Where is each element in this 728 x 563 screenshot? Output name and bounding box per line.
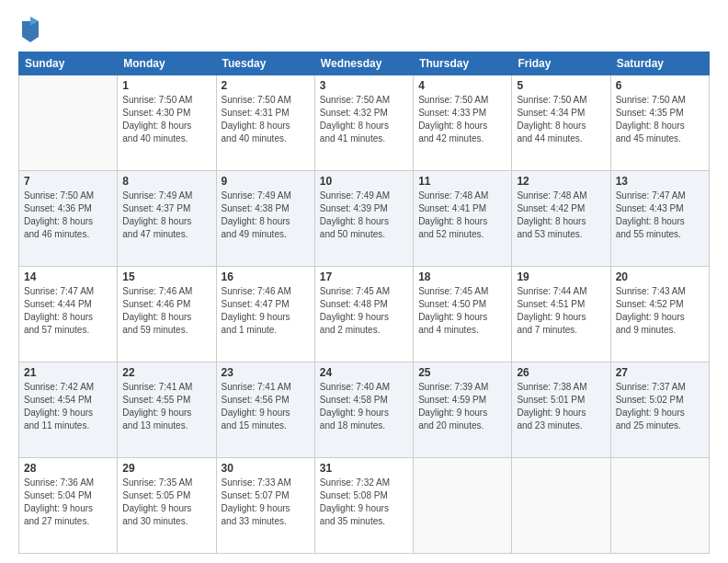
calendar-day-cell: 1Sunrise: 7:50 AM Sunset: 4:30 PM Daylig… [118, 75, 216, 171]
day-info: Sunrise: 7:48 AM Sunset: 4:42 PM Dayligh… [517, 190, 605, 241]
calendar-day-cell: 28Sunrise: 7:36 AM Sunset: 5:04 PM Dayli… [19, 458, 118, 554]
day-number: 31 [320, 462, 408, 475]
day-number: 12 [517, 175, 605, 188]
calendar-day-cell: 16Sunrise: 7:46 AM Sunset: 4:47 PM Dayli… [216, 267, 314, 362]
day-info: Sunrise: 7:48 AM Sunset: 4:41 PM Dayligh… [418, 190, 506, 241]
calendar-day-cell: 15Sunrise: 7:46 AM Sunset: 4:46 PM Dayli… [118, 267, 216, 362]
header-day: Saturday [610, 52, 709, 75]
day-info: Sunrise: 7:41 AM Sunset: 4:55 PM Dayligh… [122, 381, 210, 432]
day-number: 30 [222, 462, 310, 475]
day-number: 17 [320, 270, 408, 283]
calendar-day-cell: 2Sunrise: 7:50 AM Sunset: 4:31 PM Daylig… [216, 75, 314, 171]
day-info: Sunrise: 7:50 AM Sunset: 4:31 PM Dayligh… [222, 94, 310, 145]
calendar-week-row: 28Sunrise: 7:36 AM Sunset: 5:04 PM Dayli… [19, 458, 710, 554]
day-number: 6 [616, 79, 704, 92]
day-info: Sunrise: 7:39 AM Sunset: 4:59 PM Dayligh… [418, 381, 506, 432]
day-info: Sunrise: 7:49 AM Sunset: 4:38 PM Dayligh… [222, 190, 310, 241]
calendar-day-cell: 21Sunrise: 7:42 AM Sunset: 4:54 PM Dayli… [19, 362, 118, 458]
header-day: Tuesday [216, 52, 314, 75]
calendar-day-cell: 29Sunrise: 7:35 AM Sunset: 5:05 PM Dayli… [118, 458, 216, 554]
calendar-day-cell: 20Sunrise: 7:43 AM Sunset: 4:52 PM Dayli… [610, 267, 709, 362]
day-info: Sunrise: 7:45 AM Sunset: 4:48 PM Dayligh… [320, 285, 408, 337]
day-number: 13 [616, 175, 704, 188]
day-info: Sunrise: 7:42 AM Sunset: 4:54 PM Dayligh… [24, 381, 112, 432]
header-day: Wednesday [314, 52, 413, 75]
calendar-table: SundayMondayTuesdayWednesdayThursdayFrid… [18, 52, 710, 554]
day-info: Sunrise: 7:47 AM Sunset: 4:44 PM Dayligh… [24, 285, 112, 337]
calendar-day-cell: 31Sunrise: 7:32 AM Sunset: 5:08 PM Dayli… [314, 458, 413, 554]
calendar-day-cell [512, 458, 610, 554]
header-row: SundayMondayTuesdayWednesdayThursdayFrid… [19, 52, 710, 75]
calendar-day-cell: 11Sunrise: 7:48 AM Sunset: 4:41 PM Dayli… [414, 171, 512, 267]
calendar-week-row: 7Sunrise: 7:50 AM Sunset: 4:36 PM Daylig… [19, 171, 710, 267]
day-number: 29 [122, 462, 210, 475]
calendar-week-row: 1Sunrise: 7:50 AM Sunset: 4:30 PM Daylig… [19, 75, 710, 171]
calendar-day-cell: 12Sunrise: 7:48 AM Sunset: 4:42 PM Dayli… [512, 171, 610, 267]
day-number: 8 [122, 175, 210, 188]
calendar-day-cell: 3Sunrise: 7:50 AM Sunset: 4:32 PM Daylig… [314, 75, 413, 171]
day-number: 14 [24, 270, 112, 283]
day-info: Sunrise: 7:36 AM Sunset: 5:04 PM Dayligh… [24, 477, 112, 528]
day-number: 10 [320, 175, 408, 188]
calendar-day-cell: 26Sunrise: 7:38 AM Sunset: 5:01 PM Dayli… [512, 362, 610, 458]
header [18, 17, 710, 42]
day-number: 16 [222, 270, 310, 283]
day-number: 25 [418, 366, 506, 379]
calendar-day-cell [610, 458, 709, 554]
day-info: Sunrise: 7:38 AM Sunset: 5:01 PM Dayligh… [517, 381, 605, 432]
calendar-day-cell: 14Sunrise: 7:47 AM Sunset: 4:44 PM Dayli… [19, 267, 118, 362]
day-info: Sunrise: 7:44 AM Sunset: 4:51 PM Dayligh… [517, 285, 605, 337]
day-number: 23 [222, 366, 310, 379]
calendar-day-cell: 8Sunrise: 7:49 AM Sunset: 4:37 PM Daylig… [118, 171, 216, 267]
calendar-day-cell: 6Sunrise: 7:50 AM Sunset: 4:35 PM Daylig… [610, 75, 709, 171]
day-info: Sunrise: 7:50 AM Sunset: 4:34 PM Dayligh… [517, 94, 605, 145]
calendar-day-cell: 13Sunrise: 7:47 AM Sunset: 4:43 PM Dayli… [610, 171, 709, 267]
day-info: Sunrise: 7:45 AM Sunset: 4:50 PM Dayligh… [418, 285, 506, 337]
calendar-day-cell: 4Sunrise: 7:50 AM Sunset: 4:33 PM Daylig… [414, 75, 512, 171]
day-number: 7 [24, 175, 112, 188]
day-info: Sunrise: 7:49 AM Sunset: 4:39 PM Dayligh… [320, 190, 408, 241]
header-day: Monday [118, 52, 216, 75]
calendar-day-cell: 7Sunrise: 7:50 AM Sunset: 4:36 PM Daylig… [19, 171, 118, 267]
header-day: Friday [512, 52, 610, 75]
day-number: 4 [418, 79, 506, 92]
page: SundayMondayTuesdayWednesdayThursdayFrid… [0, 0, 728, 563]
day-number: 28 [24, 462, 112, 475]
day-number: 1 [122, 79, 210, 92]
day-info: Sunrise: 7:40 AM Sunset: 4:58 PM Dayligh… [320, 381, 408, 432]
day-number: 15 [122, 270, 210, 283]
day-number: 9 [222, 175, 310, 188]
calendar-day-cell: 5Sunrise: 7:50 AM Sunset: 4:34 PM Daylig… [512, 75, 610, 171]
header-day: Sunday [19, 52, 118, 75]
logo-icon [20, 17, 40, 42]
day-info: Sunrise: 7:49 AM Sunset: 4:37 PM Dayligh… [122, 190, 210, 241]
calendar-day-cell: 18Sunrise: 7:45 AM Sunset: 4:50 PM Dayli… [414, 267, 512, 362]
calendar-week-row: 21Sunrise: 7:42 AM Sunset: 4:54 PM Dayli… [19, 362, 710, 458]
day-number: 19 [517, 270, 605, 283]
day-info: Sunrise: 7:37 AM Sunset: 5:02 PM Dayligh… [616, 381, 704, 432]
day-info: Sunrise: 7:50 AM Sunset: 4:30 PM Dayligh… [122, 94, 210, 145]
day-number: 24 [320, 366, 408, 379]
day-number: 18 [418, 270, 506, 283]
day-number: 26 [517, 366, 605, 379]
day-info: Sunrise: 7:35 AM Sunset: 5:05 PM Dayligh… [122, 477, 210, 528]
calendar-day-cell: 22Sunrise: 7:41 AM Sunset: 4:55 PM Dayli… [118, 362, 216, 458]
calendar-day-cell: 17Sunrise: 7:45 AM Sunset: 4:48 PM Dayli… [314, 267, 413, 362]
logo [18, 20, 40, 42]
calendar-day-cell [19, 75, 118, 171]
day-info: Sunrise: 7:33 AM Sunset: 5:07 PM Dayligh… [222, 477, 310, 528]
calendar-day-cell: 9Sunrise: 7:49 AM Sunset: 4:38 PM Daylig… [216, 171, 314, 267]
day-number: 3 [320, 79, 408, 92]
header-day: Thursday [414, 52, 512, 75]
calendar-day-cell: 24Sunrise: 7:40 AM Sunset: 4:58 PM Dayli… [314, 362, 413, 458]
day-info: Sunrise: 7:46 AM Sunset: 4:47 PM Dayligh… [222, 285, 310, 337]
day-info: Sunrise: 7:32 AM Sunset: 5:08 PM Dayligh… [320, 477, 408, 528]
day-number: 5 [517, 79, 605, 92]
day-info: Sunrise: 7:50 AM Sunset: 4:36 PM Dayligh… [24, 190, 112, 241]
day-info: Sunrise: 7:43 AM Sunset: 4:52 PM Dayligh… [616, 285, 704, 337]
day-info: Sunrise: 7:46 AM Sunset: 4:46 PM Dayligh… [122, 285, 210, 337]
calendar-day-cell [414, 458, 512, 554]
day-info: Sunrise: 7:50 AM Sunset: 4:35 PM Dayligh… [616, 94, 704, 145]
calendar-day-cell: 10Sunrise: 7:49 AM Sunset: 4:39 PM Dayli… [314, 171, 413, 267]
calendar-day-cell: 25Sunrise: 7:39 AM Sunset: 4:59 PM Dayli… [414, 362, 512, 458]
